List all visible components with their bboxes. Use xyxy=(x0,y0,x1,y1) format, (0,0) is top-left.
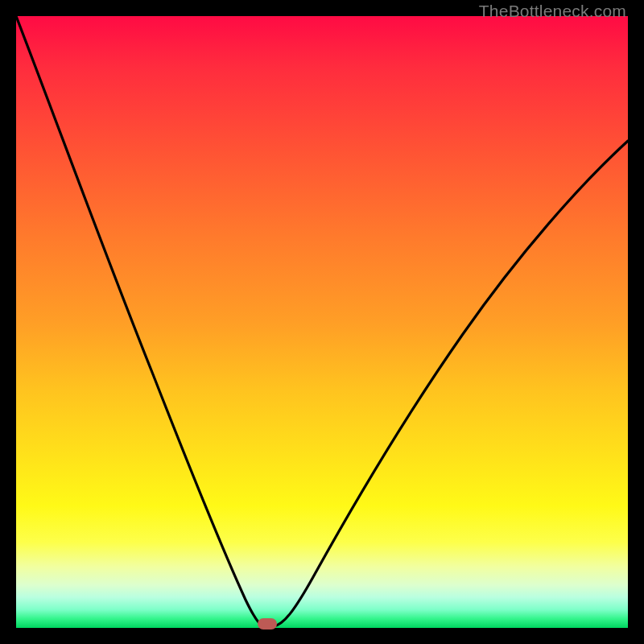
chart-frame xyxy=(16,16,628,628)
bottleneck-curve xyxy=(16,16,628,628)
curve-path xyxy=(16,16,628,626)
watermark-text: TheBottleneck.com xyxy=(479,2,626,21)
optimal-marker xyxy=(258,618,277,630)
